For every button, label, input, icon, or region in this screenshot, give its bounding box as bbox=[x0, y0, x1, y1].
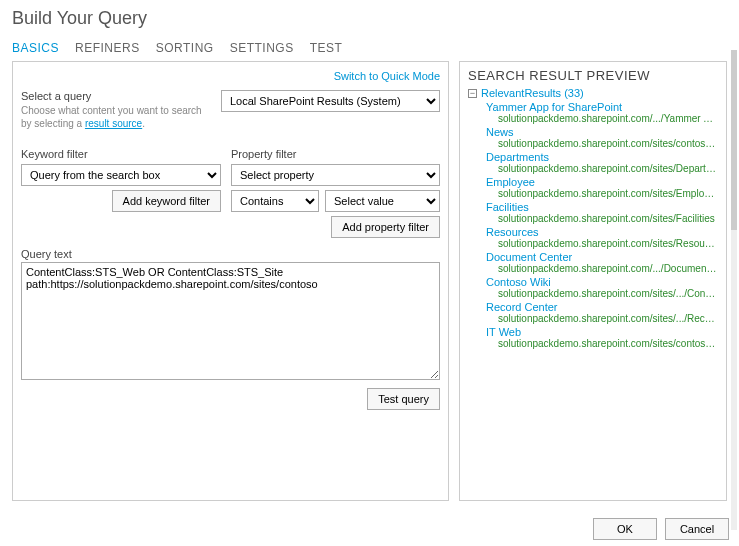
keyword-filter-select[interactable]: Query from the search box bbox=[21, 164, 221, 186]
result-title-link[interactable]: IT Web bbox=[486, 326, 718, 338]
result-url: solutionpackdemo.sharepoint.com/sites/Fa… bbox=[498, 213, 718, 224]
result-item: Employeesolutionpackdemo.sharepoint.com/… bbox=[486, 176, 718, 199]
select-query-label: Select a query bbox=[21, 90, 211, 102]
left-panel: Switch to Quick Mode Select a query Choo… bbox=[12, 61, 449, 501]
property-operator-select[interactable]: Contains bbox=[231, 190, 319, 212]
result-item: Yammer App for SharePointsolutionpackdem… bbox=[486, 101, 718, 124]
result-source-select[interactable]: Local SharePoint Results (System) bbox=[221, 90, 440, 112]
result-title-link[interactable]: Resources bbox=[486, 226, 718, 238]
tab-sorting[interactable]: SORTING bbox=[156, 41, 214, 55]
preview-title: SEARCH RESULT PREVIEW bbox=[468, 68, 718, 83]
test-query-button[interactable]: Test query bbox=[367, 388, 440, 410]
switch-mode-link[interactable]: Switch to Quick Mode bbox=[21, 70, 440, 90]
relevant-results-node[interactable]: RelevantResults (33) bbox=[481, 87, 584, 99]
result-title-link[interactable]: Contoso Wiki bbox=[486, 276, 718, 288]
result-source-link[interactable]: result source bbox=[85, 118, 142, 129]
tabs-row: BASICSREFINERSSORTINGSETTINGSTEST bbox=[0, 41, 739, 61]
result-title-link[interactable]: Record Center bbox=[486, 301, 718, 313]
result-url: solutionpackdemo.sharepoint.com/sites/co… bbox=[498, 138, 718, 149]
tab-test[interactable]: TEST bbox=[310, 41, 343, 55]
result-item: Contoso Wikisolutionpackdemo.sharepoint.… bbox=[486, 276, 718, 299]
cancel-button[interactable]: Cancel bbox=[665, 518, 729, 540]
result-url: solutionpackdemo.sharepoint.com/sites/..… bbox=[498, 288, 718, 299]
tab-basics[interactable]: BASICS bbox=[12, 41, 59, 55]
tree-collapse-icon[interactable]: − bbox=[468, 89, 477, 98]
result-item: IT Websolutionpackdemo.sharepoint.com/si… bbox=[486, 326, 718, 349]
result-item: Record Centersolutionpackdemo.sharepoint… bbox=[486, 301, 718, 324]
result-url: solutionpackdemo.sharepoint.com/.../Yamm… bbox=[498, 113, 718, 124]
tab-refiners[interactable]: REFINERS bbox=[75, 41, 140, 55]
result-url: solutionpackdemo.sharepoint.com/sites/De… bbox=[498, 163, 718, 174]
result-url: solutionpackdemo.sharepoint.com/sites/Em… bbox=[498, 188, 718, 199]
result-item: Newssolutionpackdemo.sharepoint.com/site… bbox=[486, 126, 718, 149]
result-title-link[interactable]: Facilities bbox=[486, 201, 718, 213]
result-title-link[interactable]: Employee bbox=[486, 176, 718, 188]
tab-settings[interactable]: SETTINGS bbox=[230, 41, 294, 55]
keyword-filter-label: Keyword filter bbox=[21, 148, 221, 160]
results-list: Yammer App for SharePointsolutionpackdem… bbox=[468, 101, 718, 351]
scrollbar[interactable] bbox=[731, 50, 737, 530]
query-text-input[interactable] bbox=[21, 262, 440, 380]
query-text-label: Query text bbox=[21, 248, 440, 260]
result-item: Document Centersolutionpackdemo.sharepoi… bbox=[486, 251, 718, 274]
right-panel: SEARCH RESULT PREVIEW − RelevantResults … bbox=[459, 61, 727, 501]
result-title-link[interactable]: Departments bbox=[486, 151, 718, 163]
result-title-link[interactable]: News bbox=[486, 126, 718, 138]
result-url: solutionpackdemo.sharepoint.com/sites/..… bbox=[498, 313, 718, 324]
property-select[interactable]: Select property bbox=[231, 164, 440, 186]
add-keyword-filter-button[interactable]: Add keyword filter bbox=[112, 190, 221, 212]
result-url: solutionpackdemo.sharepoint.com/sites/co… bbox=[498, 338, 718, 349]
add-property-filter-button[interactable]: Add property filter bbox=[331, 216, 440, 238]
page-title: Build Your Query bbox=[0, 0, 739, 41]
scrollbar-thumb[interactable] bbox=[731, 50, 737, 230]
result-title-link[interactable]: Yammer App for SharePoint bbox=[486, 101, 718, 113]
desc-text-post: . bbox=[142, 118, 145, 129]
result-title-link[interactable]: Document Center bbox=[486, 251, 718, 263]
property-value-select[interactable]: Select value bbox=[325, 190, 440, 212]
result-url: solutionpackdemo.sharepoint.com/.../Docu… bbox=[498, 263, 718, 274]
ok-button[interactable]: OK bbox=[593, 518, 657, 540]
result-item: Departmentssolutionpackdemo.sharepoint.c… bbox=[486, 151, 718, 174]
result-item: Resourcessolutionpackdemo.sharepoint.com… bbox=[486, 226, 718, 249]
select-query-desc: Choose what content you want to search b… bbox=[21, 104, 211, 130]
result-url: solutionpackdemo.sharepoint.com/sites/Re… bbox=[498, 238, 718, 249]
property-filter-label: Property filter bbox=[231, 148, 440, 160]
result-item: Facilitiessolutionpackdemo.sharepoint.co… bbox=[486, 201, 718, 224]
